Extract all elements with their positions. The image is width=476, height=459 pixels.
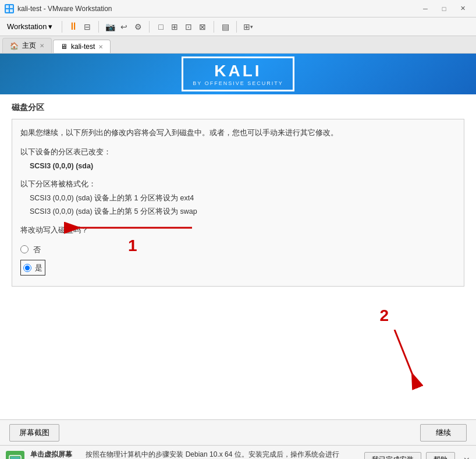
dialog-description: 如果您继续，以下所列出的修改内容将会写入到磁盘中。或者，您也可以手动来进行其它修…	[20, 126, 456, 140]
svg-rect-1	[10, 5, 13, 8]
fit-icon[interactable]: ⊞ ▾	[241, 20, 254, 33]
kali-logo-box: KALI BY OFFENSIVE SECURITY	[182, 57, 294, 91]
view-icon-3[interactable]: ⊡	[182, 20, 195, 33]
radio-no-input[interactable]	[20, 245, 29, 253]
status-bar: 单击虚拟屏幕 按照在物理计算机中的步骤安装 Debian 10.x 64 位。安…	[0, 445, 476, 459]
svg-rect-9	[10, 457, 20, 459]
kali-banner: KALI BY OFFENSIVE SECURITY	[0, 54, 476, 94]
finished-install-button[interactable]: 我已完成安装	[364, 452, 421, 459]
tab-bar: 🏠 主页 ✕ 🖥 kali-test ✕	[0, 36, 476, 54]
svg-rect-3	[10, 9, 13, 12]
screenshot-button[interactable]: 屏幕截图	[9, 424, 59, 442]
radio-no[interactable]: 否	[20, 243, 456, 256]
continue-button[interactable]: 继续	[420, 424, 467, 442]
dialog-section: 磁盘分区 如果您继续，以下所列出的修改内容将会写入到磁盘中。或者，您也可以手动来…	[0, 94, 476, 419]
question-text: 将改动写入磁盘吗？	[20, 224, 456, 237]
radio-yes-box: 是	[20, 260, 45, 276]
svg-rect-2	[6, 9, 9, 12]
toolbar-separator-4	[214, 21, 214, 33]
revert-icon[interactable]: ↩	[118, 20, 130, 33]
toolbar-group-5: ⊞ ▾	[241, 20, 254, 33]
svg-line-7	[395, 330, 418, 388]
arrow-2-svg	[371, 330, 429, 400]
maximize-button[interactable]: □	[435, 3, 453, 15]
kali-tab-close[interactable]: ✕	[98, 44, 103, 50]
status-line1: 单击虚拟屏幕 按照在物理计算机中的步骤安装 Debian 10.x 64 位。安…	[30, 450, 358, 459]
home-tab-close[interactable]: ✕	[40, 43, 44, 49]
status-vm-icon	[6, 451, 24, 459]
tab-kali-test[interactable]: 🖥 kali-test ✕	[53, 40, 111, 53]
view-icon-4[interactable]: ⊠	[196, 20, 209, 33]
radio-group: 否 是	[20, 243, 456, 276]
section2-title: 以下分区将被格式化：	[20, 178, 456, 191]
toolbar-icon-2[interactable]: ⊟	[81, 20, 94, 33]
app-icon	[5, 4, 14, 13]
svg-rect-0	[6, 5, 9, 8]
view-icon-2[interactable]: ⊞	[168, 20, 181, 33]
annotation-num-2: 2	[379, 306, 389, 325]
tab-home[interactable]: 🏠 主页 ✕	[2, 38, 52, 53]
section2-item-2: SCSI3 (0,0,0) (sda) 设备上的第 5 分区将设为 swap	[30, 205, 456, 218]
close-button[interactable]: ✕	[454, 3, 471, 15]
radio-yes-input[interactable]	[23, 264, 31, 272]
window-controls: ─ □ ✕	[417, 3, 471, 15]
vm-tab-icon: 🖥	[61, 43, 68, 51]
annotation-num-1: 1	[128, 236, 137, 255]
minimize-button[interactable]: ─	[417, 3, 434, 15]
toolbar-group-2: 📷 ↩ ⚙	[104, 20, 144, 33]
dialog-box: 如果您继续，以下所列出的修改内容将会写入到磁盘中。或者，您也可以手动来进行其它修…	[12, 119, 464, 287]
toolbar-separator-1	[62, 21, 62, 33]
status-buttons: 我已完成安装 帮助	[364, 452, 455, 459]
section1-title: 以下设备的分区表已改变：	[20, 146, 456, 159]
help-button[interactable]: 帮助	[426, 452, 455, 459]
dialog-title: 磁盘分区	[12, 103, 464, 113]
toolbar-separator-2	[98, 21, 99, 33]
settings-icon[interactable]: ⚙	[132, 20, 144, 33]
section1-item: SCSI3 (0,0,0) (sda)	[30, 160, 456, 173]
bottom-bar: 屏幕截图 继续	[0, 419, 476, 445]
status-close-icon[interactable]: ✕	[463, 456, 470, 459]
home-icon: 🏠	[10, 42, 19, 50]
toolbar-separator-3	[149, 21, 150, 33]
title-bar: kali-test - VMware Workstation ─ □ ✕	[0, 0, 476, 17]
toolbar-group-4: ▤	[219, 20, 232, 33]
toolbar-separator-5	[236, 21, 237, 33]
console-icon[interactable]: ▤	[219, 20, 232, 33]
annotation-area: 1 2	[12, 295, 464, 411]
toolbar-group-1: ⏸ ⊟	[67, 20, 94, 33]
radio-yes[interactable]: 是	[20, 260, 456, 276]
window-title: kali-test - VMware Workstation	[17, 5, 417, 13]
status-text: 单击虚拟屏幕 按照在物理计算机中的步骤安装 Debian 10.x 64 位。安…	[30, 450, 358, 459]
snapshot-icon[interactable]: 📷	[104, 20, 116, 33]
view-icon-1[interactable]: □	[154, 20, 167, 33]
menu-bar: Workstation ▾ ⏸ ⊟ 📷 ↩ ⚙ □ ⊞ ⊡ ⊠ ▤ ⊞ ▾	[0, 17, 476, 36]
pause-icon[interactable]: ⏸	[67, 20, 80, 33]
section2-item-1: SCSI3 (0,0,0) (sda) 设备上的第 1 分区将设为 ext4	[30, 192, 456, 205]
workstation-menu[interactable]: Workstation ▾	[2, 20, 57, 33]
kali-logo-text: KALI	[214, 62, 261, 80]
toolbar-group-3: □ ⊞ ⊡ ⊠	[154, 20, 209, 33]
kali-sub-text: BY OFFENSIVE SECURITY	[193, 80, 283, 86]
